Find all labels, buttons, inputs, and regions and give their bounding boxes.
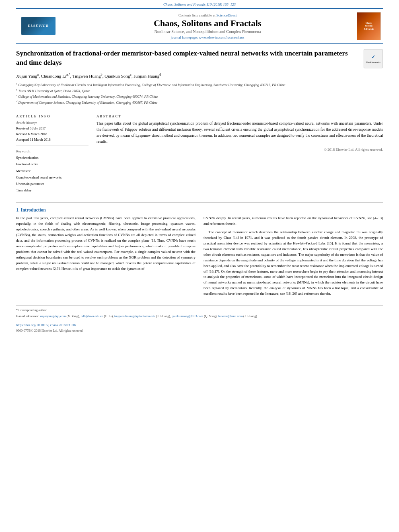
history-heading: Article history: — [16, 121, 88, 125]
affiliation-c: c College of Mathematics and Statistics,… — [16, 93, 383, 99]
elsevier-logo-area: ELSEVIER — [16, 17, 60, 36]
keyword-4: Complex-valued neural networks — [16, 174, 88, 181]
issn-line: 0960-0779/© 2018 Elsevier Ltd. All right… — [16, 329, 383, 334]
article-history-group: Article history: Received 5 July 2017 Re… — [16, 121, 88, 142]
author-5: Junjian Huangd — [134, 74, 161, 78]
journal-citation-text: Chaos, Solitons and Fractals 110 (2018) … — [163, 2, 236, 6]
journal-subtitle: Nonlinear Science, and Nonequilibrium an… — [60, 29, 355, 34]
author-4: Qiankun Songc — [105, 74, 132, 78]
journal-header: ELSEVIER Contents lists available at Sci… — [16, 8, 383, 44]
journal-thumb-image: Chaos, Solitons & Fractals — [357, 12, 381, 40]
received-date: Received 5 July 2017 Revised 6 March 201… — [16, 126, 88, 142]
email-note: E-mail addresses: xujunyang@qq.com (X. Y… — [16, 314, 383, 319]
journal-homepage: journal homepage: www.elsevier.com/locat… — [60, 35, 355, 39]
article-title-text: Synchronization of fractional-order memr… — [16, 49, 359, 68]
email-4[interactable]: qiankumsong@163.com — [172, 314, 203, 318]
email-5[interactable]: lunomu@sina.com — [218, 314, 243, 318]
intro-para-1: In the past few years, complex-valued ne… — [16, 216, 195, 271]
author-2: Chuandong Lia,* — [41, 74, 70, 78]
affiliation-b: b Texas A&M University at Qatar, Doha 23… — [16, 88, 383, 94]
affiliation-d: d Department of Computer Science, Chongq… — [16, 99, 383, 105]
introduction-body: In the past few years, complex-valued ne… — [16, 216, 383, 300]
doi-line[interactable]: https://doi.org/10.1016/j.chaos.2018.03.… — [16, 322, 383, 328]
sciencedirect-link[interactable]: ScienceDirect — [216, 13, 237, 17]
keywords-group: Keywords: Synchronization Fractional ord… — [16, 149, 88, 193]
affiliation-a: a Chongqing Key Laboratory of Nonlinear … — [16, 82, 383, 88]
intro-para-r1: CVNNs deeply. In recent years, numerous … — [204, 216, 383, 227]
corresponding-note: * Corresponding author. — [16, 308, 383, 313]
check-mark-icon: ✓ — [371, 54, 375, 60]
keywords-list: Synchronization Fractional order Memrist… — [16, 154, 88, 193]
email-3[interactable]: tingwen.huang@qatar.tamu.edu — [114, 314, 155, 318]
affiliations: a Chongqing Key Laboratory of Nonlinear … — [16, 82, 383, 105]
divider-1 — [16, 146, 88, 146]
article-info-label: Article Info — [16, 114, 88, 118]
elsevier-logo-symbol: ELSEVIER — [28, 24, 49, 28]
contents-available: Contents lists available at ScienceDirec… — [60, 13, 355, 17]
intro-para-r2: The concept of memristor which describes… — [204, 230, 383, 297]
abstract-text: This paper talks about the global asympt… — [97, 121, 383, 144]
journal-header-center: Contents lists available at ScienceDirec… — [60, 13, 355, 39]
intro-col-right: CVNNs deeply. In recent years, numerous … — [204, 216, 383, 300]
keywords-heading: Keywords: — [16, 149, 88, 153]
keyword-1: Synchronization — [16, 154, 88, 161]
footnotes-area: * Corresponding author. E-mail addresses… — [16, 305, 383, 334]
keyword-3: Memristor — [16, 168, 88, 174]
article-info-column: Article Info Article history: Received 5… — [16, 114, 88, 197]
journal-title: Chaos, Solitons and Fractals — [60, 18, 355, 29]
introduction-heading: 1. Introduction — [16, 207, 383, 212]
journal-citation: Chaos, Solitons and Fractals 110 (2018) … — [16, 0, 383, 8]
keyword-2: Fractional order — [16, 161, 88, 167]
article-title-row: Synchronization of fractional-order memr… — [16, 49, 383, 68]
keyword-5: Uncertain parameter — [16, 181, 88, 187]
check-updates-badge: ✓ Check for updates — [364, 49, 383, 68]
article-info-abstract: Article Info Article history: Received 5… — [16, 110, 383, 197]
author-1: Xujun Yanga — [16, 74, 39, 78]
email-2[interactable]: cdli@swu.edu.cn — [81, 314, 103, 318]
keyword-6: Time delay — [16, 187, 88, 193]
email-1[interactable]: xujunyang@qq.com — [40, 314, 66, 318]
author-3: Tingwen Huangb — [72, 74, 103, 78]
journal-thumbnail-area: Chaos, Solitons & Fractals — [355, 12, 383, 40]
elsevier-logo-box: ELSEVIER — [21, 17, 56, 35]
abstract-column: Abstract This paper talks about the glob… — [97, 114, 383, 197]
journal-homepage-url[interactable]: www.elsevier.com/locate/chaos — [199, 35, 244, 39]
article-content: Synchronization of fractional-order memr… — [16, 44, 383, 339]
introduction-section: 1. Introduction In the past few years, c… — [16, 202, 383, 300]
copyright-line: © 2018 Elsevier Ltd. All rights reserved… — [97, 148, 383, 152]
authors-line: Xujun Yanga, Chuandong Lia,*, Tingwen Hu… — [16, 72, 383, 79]
abstract-label: Abstract — [97, 114, 383, 118]
intro-col-left: In the past few years, complex-valued ne… — [16, 216, 195, 300]
